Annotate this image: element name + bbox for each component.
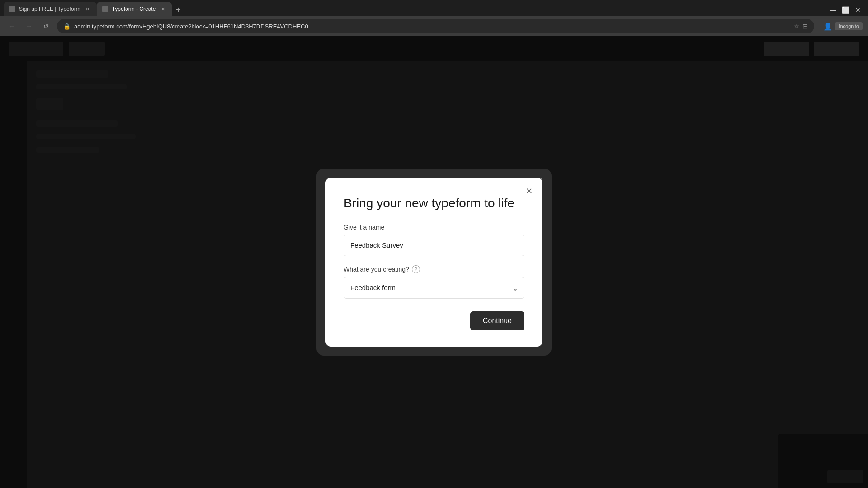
tab-2-title: Typeform - Create <box>112 6 156 12</box>
address-bar[interactable]: 🔒 admin.typeform.com/form/HgehIQU8/creat… <box>57 19 814 33</box>
sidebar-icon[interactable]: ⊟ <box>802 23 808 30</box>
modal-outer-container: ✕ ✕ Bring your new typeform to life Give… <box>316 169 552 356</box>
modal-close-button[interactable]: ✕ <box>523 185 535 197</box>
tab-strip: Sign up FREE | Typeform ✕ Typeform - Cre… <box>0 0 868 16</box>
type-select-wrapper: Feedback form Survey Quiz Registration f… <box>344 277 524 299</box>
browser-actions: 👤 Incognito <box>823 22 863 31</box>
close-button[interactable]: ✕ <box>852 4 864 16</box>
tab-1[interactable]: Sign up FREE | Typeform ✕ <box>4 2 97 16</box>
minimize-button[interactable]: — <box>826 4 839 16</box>
continue-label: Continue <box>483 317 512 324</box>
name-form-group: Give it a name <box>344 224 524 256</box>
tab-1-title: Sign up FREE | Typeform <box>19 6 80 12</box>
tab-2-favicon <box>102 6 108 12</box>
tab-1-close[interactable]: ✕ <box>84 5 91 13</box>
page-content: ✕ ✕ Bring your new typeform to life Give… <box>0 36 868 488</box>
incognito-badge: Incognito <box>835 22 863 30</box>
type-form-group: What are you creating? ? Feedback form S… <box>344 265 524 299</box>
modal-close-icon: ✕ <box>526 186 533 196</box>
back-button[interactable]: ← <box>5 20 18 33</box>
reload-button[interactable]: ↺ <box>40 20 52 33</box>
modal-title: Bring your new typeform to life <box>344 196 524 211</box>
address-bar-icons: ☆ ⊟ <box>794 23 808 30</box>
url-display: admin.typeform.com/form/HgehIQU8/create?… <box>74 23 790 30</box>
type-label: What are you creating? <box>344 266 409 273</box>
forward-button[interactable]: → <box>23 20 35 33</box>
browser-frame: Sign up FREE | Typeform ✕ Typeform - Cre… <box>0 0 868 488</box>
help-icon[interactable]: ? <box>412 265 420 273</box>
lock-icon: 🔒 <box>63 23 71 30</box>
continue-button[interactable]: Continue <box>470 311 524 330</box>
tab-2[interactable]: Typeform - Create ✕ <box>97 2 172 16</box>
new-tab-button[interactable]: + <box>172 4 184 16</box>
modal-footer: Continue <box>344 311 524 330</box>
modal-dialog: ✕ Bring your new typeform to life Give i… <box>326 178 542 347</box>
maximize-button[interactable]: ⬜ <box>839 4 852 16</box>
name-input[interactable] <box>344 235 524 256</box>
profile-icon[interactable]: 👤 <box>823 22 832 31</box>
address-bar-row: ← → ↺ 🔒 admin.typeform.com/form/HgehIQU8… <box>0 16 868 36</box>
bookmark-icon[interactable]: ☆ <box>794 23 800 30</box>
tab-2-close[interactable]: ✕ <box>159 5 166 13</box>
type-select-container: Feedback form Survey Quiz Registration f… <box>344 277 524 299</box>
type-label-row: What are you creating? ? <box>344 265 524 273</box>
name-label: Give it a name <box>344 224 524 231</box>
modal-backdrop: ✕ ✕ Bring your new typeform to life Give… <box>0 36 868 488</box>
tab-1-favicon <box>9 6 15 12</box>
type-select[interactable]: Feedback form Survey Quiz Registration f… <box>344 277 524 299</box>
